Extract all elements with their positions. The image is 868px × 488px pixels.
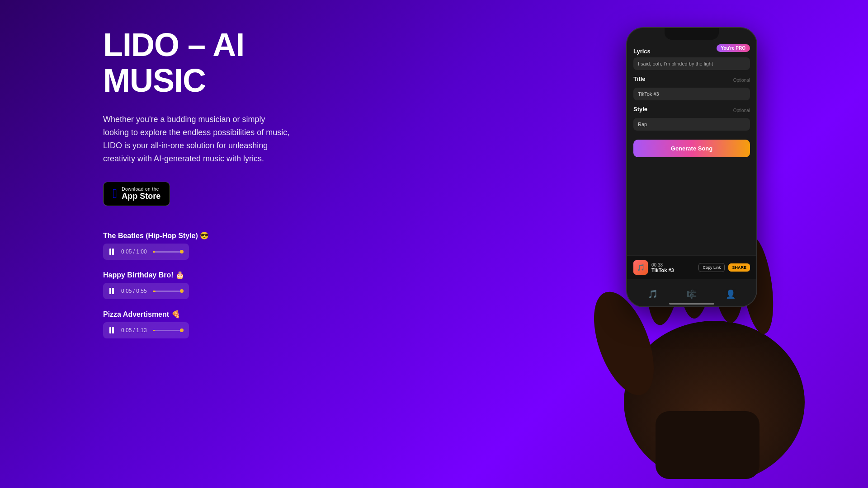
track-progress[interactable] <box>153 251 183 253</box>
copy-link-button[interactable]: Copy Link <box>698 263 725 272</box>
share-button[interactable]: SHARE <box>728 263 750 272</box>
title-optional: Optional <box>733 78 750 83</box>
phone-container: You're PRO Lyrics I said, ooh, I'm blind… <box>583 27 800 461</box>
home-indicator <box>669 303 714 305</box>
nav-music-icon[interactable]: 🎼 <box>687 289 697 299</box>
track-time: 0:05 / 1:00 <box>121 249 148 255</box>
pro-badge: You're PRO <box>717 44 750 52</box>
phone-screen: Lyrics I said, ooh, I'm blinded by the l… <box>627 28 756 306</box>
lyrics-input[interactable]: I said, ooh, I'm blinded by the light <box>633 57 750 70</box>
now-playing-title: TikTok #3 <box>651 267 695 273</box>
now-playing-time: 00:38 <box>651 263 695 267</box>
music-tracks: The Beatles (Hip-Hop Style) 😎 0:05 / 1:0… <box>103 231 365 338</box>
track-progress[interactable] <box>153 291 183 292</box>
track-player[interactable]: 0:05 / 1:13 <box>103 322 189 338</box>
style-input[interactable]: Rap <box>633 118 750 131</box>
phone-frame: You're PRO Lyrics I said, ooh, I'm blind… <box>626 27 757 307</box>
phone-notch <box>665 28 719 40</box>
track-time: 0:05 / 0:55 <box>121 288 148 294</box>
style-optional: Optional <box>733 108 750 113</box>
svg-rect-6 <box>656 411 760 479</box>
track-player[interactable]: 0:05 / 0:55 <box>103 283 189 299</box>
track-progress[interactable] <box>153 330 183 331</box>
track-title: Happy Birthday Bro! 🎂 <box>103 271 365 279</box>
hero-title: LIDO – AI MUSIC <box>103 27 365 99</box>
track-item: Pizza Advertisment 🍕 0:05 / 1:13 <box>103 310 365 338</box>
pause-icon[interactable] <box>109 248 117 255</box>
track-title: The Beatles (Hip-Hop Style) 😎 <box>103 231 365 240</box>
track-player[interactable]: 0:05 / 1:00 <box>103 244 189 260</box>
now-playing-thumbnail: 🎵 <box>633 260 648 275</box>
track-item: The Beatles (Hip-Hop Style) 😎 0:05 / 1:0… <box>103 231 365 260</box>
nav-profile-icon[interactable]: 👤 <box>726 289 736 299</box>
app-store-name: App Store <box>122 192 160 202</box>
track-time: 0:05 / 1:13 <box>121 327 148 333</box>
hero-description: Whether you're a budding musician or sim… <box>103 113 293 165</box>
now-playing-bar: 🎵 00:38 TikTok #3 Copy Link SHARE <box>627 255 756 279</box>
generate-song-button[interactable]: Generate Song <box>633 140 750 157</box>
download-on-label: Download on the <box>122 187 160 192</box>
track-item: Happy Birthday Bro! 🎂 0:05 / 0:55 <box>103 271 365 299</box>
apple-icon:  <box>113 188 117 200</box>
left-section: LIDO – AI MUSIC Whether you're a budding… <box>103 27 365 349</box>
app-store-button[interactable]:  Download on the App Store <box>103 182 170 206</box>
track-title: Pizza Advertisment 🍕 <box>103 310 365 319</box>
now-playing-info: 00:38 TikTok #3 <box>651 263 695 273</box>
pause-icon[interactable] <box>109 287 117 295</box>
nav-home-icon[interactable]: 🎵 <box>648 289 658 299</box>
style-label: Style <box>633 106 647 113</box>
pause-icon[interactable] <box>109 327 117 334</box>
phone-nav: 🎵 🎼 👤 <box>627 286 756 302</box>
title-input[interactable]: TikTok #3 <box>633 88 750 100</box>
title-label: Title <box>633 75 646 82</box>
